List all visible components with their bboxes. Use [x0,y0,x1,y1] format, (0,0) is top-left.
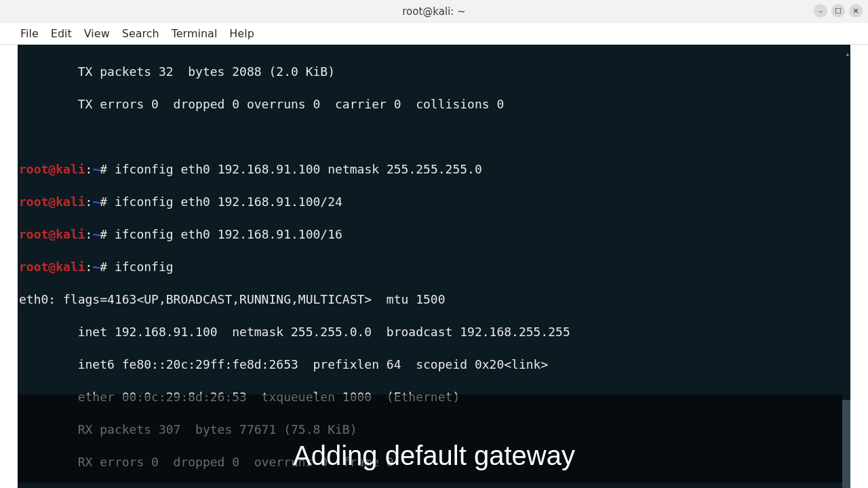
command-text: ifconfig [107,260,174,274]
close-button[interactable]: ✕ [849,4,863,18]
prompt-line: root@kali:~# ifconfig eth0 192.168.91.10… [19,194,849,210]
menu-view[interactable]: View [84,27,110,40]
prompt-at: @ [48,162,56,176]
prompt-colon: : [85,162,93,176]
output-line: TX errors 0 dropped 0 overruns 0 carrier… [19,96,849,113]
prompt-host: kali [56,162,85,176]
menu-bar: File Edit View Search Terminal Help [0,23,868,45]
output-line: ether 00:0c:29:8d:26:53 txqueuelen 1000 … [19,389,849,405]
terminal-output[interactable]: TX packets 32 bytes 2088 (2.0 KiB) TX er… [18,45,850,488]
prompt-line: root@kali:~# ifconfig eth0 192.168.91.10… [19,161,849,178]
output-line: RX packets 307 bytes 77671 (75.8 KiB) [19,422,849,438]
terminal-scrollbar[interactable]: ▴ [842,45,850,488]
minimize-button[interactable]: – [814,4,827,18]
video-caption: Adding default gateway [18,447,850,464]
scroll-up-arrow-icon[interactable]: ▴ [846,46,850,62]
window-title: root@kali: ~ [402,5,465,18]
output-line: eth0: flags=4163<UP,BROADCAST,RUNNING,MU… [19,291,849,308]
prompt-path: ~ [92,162,100,176]
scrollbar-thumb[interactable] [842,400,850,488]
command-text: ifconfig eth0 192.168.91.100/24 [107,195,342,209]
window-titlebar: root@kali: ~ – ☐ ✕ [0,0,868,23]
menu-help[interactable]: Help [229,27,254,40]
maximize-button[interactable]: ☐ [831,4,845,18]
output-line: inet6 fe80::20c:29ff:fe8d:2653 prefixlen… [19,357,849,373]
output-line: inet 192.168.91.100 netmask 255.255.0.0 … [19,324,849,340]
prompt-user: root [19,162,48,176]
menu-file[interactable]: File [20,27,39,40]
output-line: TX packets 32 bytes 2088 (2.0 KiB) [19,64,849,80]
menu-edit[interactable]: Edit [51,27,72,40]
menu-search[interactable]: Search [122,27,159,40]
command-text: ifconfig eth0 192.168.91.100/16 [107,227,342,241]
menu-terminal[interactable]: Terminal [172,27,218,40]
prompt-line: root@kali:~# ifconfig eth0 192.168.91.10… [19,226,849,243]
output-line [19,129,849,145]
prompt-hash: # [100,162,107,176]
command-text: ifconfig eth0 192.168.91.100 netmask 255… [107,162,482,176]
prompt-line: root@kali:~# ifconfig [19,259,849,275]
